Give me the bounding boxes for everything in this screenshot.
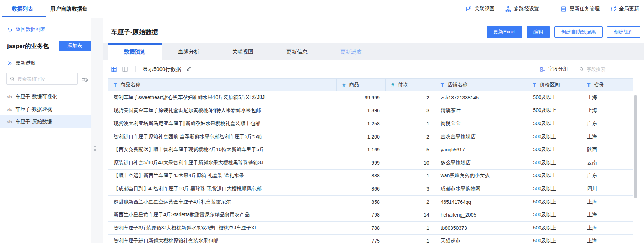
table-cell: 现货澳大利亚塔斯马尼亚车厘子jj新鲜孕妇水果樱桃礼盒装顺丰包邮 xyxy=(108,117,337,130)
table-name: 车厘子-数据可视化 xyxy=(15,94,57,100)
content-tab[interactable]: 关联视图 xyxy=(216,43,270,60)
table-cell: 上海 xyxy=(581,130,633,143)
column-header[interactable]: #商品... xyxy=(337,79,386,91)
table-body: 智利车厘子sweetheart甜心黑车孕妇新鲜水果10斤装原箱5斤XL双JJJ9… xyxy=(108,91,633,243)
table-cell: 多么果旗舰店 xyxy=(435,156,528,169)
sidebar-search[interactable] xyxy=(6,73,78,85)
top-tab[interactable]: 用户自助数据集 xyxy=(50,6,88,12)
table-cell: 天猫超市 xyxy=(435,235,528,243)
card-view-icon[interactable] xyxy=(122,66,128,72)
table-cell: 广东 xyxy=(581,117,633,130)
top-bar: 数据列表用户自助数据集 关联视图多路径设置更新任务管理全局更新 xyxy=(0,0,644,18)
sidebar-table-item[interactable]: xls车厘子-数据透视 xyxy=(0,103,91,115)
table-cell: 500及以上 xyxy=(527,104,581,117)
table-row[interactable]: 现货美国黄金车厘子原装礼盒雷尼尔黄樱桃3j4j特大果新鲜水果包邮1,3963清溪… xyxy=(108,104,633,118)
table-cell: 500及以上 xyxy=(527,222,581,234)
column-header[interactable]: T价格区间 xyxy=(527,79,581,91)
column-header[interactable]: T店铺名称 xyxy=(435,79,528,91)
update-task-icon xyxy=(561,6,567,12)
table-cell: 新西兰小星星黄车厘子4斤Starletta脆甜雷尼尔精品食用农产品 xyxy=(108,208,337,221)
column-header[interactable]: T商品名称 xyxy=(108,79,337,91)
top-action[interactable]: 更新任务管理 xyxy=(561,6,600,12)
table-cell: 上海 xyxy=(581,196,633,208)
number-field-icon: # xyxy=(342,82,345,88)
drag-handle-icon[interactable] xyxy=(94,146,97,151)
top-tab[interactable]: 数据列表 xyxy=(12,6,33,12)
field-search[interactable] xyxy=(576,64,633,74)
table-row[interactable]: 超甜脆新西兰小星星空运黄金车厘子4斤礼盒装雷尼尔8582465141764qq5… xyxy=(108,196,633,209)
column-header[interactable]: #付款... xyxy=(386,79,435,91)
table-cell: 上海 xyxy=(581,104,633,117)
button-创建组件[interactable]: 创建组件 xyxy=(607,26,640,38)
table-cell: 500及以上 xyxy=(527,170,581,182)
button-创建自助数据集[interactable]: 创建自助数据集 xyxy=(554,26,603,38)
sidebar-table-item[interactable]: xls车厘子-原始数据 xyxy=(0,115,91,128)
top-action-label: 更新任务管理 xyxy=(570,6,600,12)
text-field-icon: T xyxy=(114,82,117,88)
table-cell: 788 xyxy=(337,222,386,234)
add-table-button[interactable]: 添加表 xyxy=(59,41,91,51)
table-cell: zsh13721338145 xyxy=(435,91,528,104)
button-编辑[interactable]: 编辑 xyxy=(527,26,550,38)
grid-view-icon[interactable] xyxy=(111,66,117,72)
table-cell: 1,200 xyxy=(337,130,386,143)
field-search-input[interactable] xyxy=(587,67,630,72)
sidebar-search-input[interactable] xyxy=(17,76,74,82)
table-cell: 500及以上 xyxy=(527,208,581,221)
top-action[interactable]: 关联视图 xyxy=(466,6,494,12)
table-cell: 798 xyxy=(337,208,386,221)
table-row[interactable]: 智利车厘子进口新鲜大樱桃原箱礼盒装水果包邮7751天猫超市500及以上上海 xyxy=(108,235,633,243)
table-row[interactable]: 智利进口车厘子原箱礼盒团购 当季新鲜水果包邮智利车厘子5斤*5箱1,2002壹农… xyxy=(108,130,633,144)
toolbar-divider xyxy=(135,66,136,72)
edit-row-count-icon[interactable] xyxy=(186,66,192,72)
panel-divider xyxy=(91,18,103,243)
table-row[interactable]: 【西安免费配送】顺丰智利车厘子现货樱桃2斤10特大新鲜车里子5斤1,1695ya… xyxy=(108,143,633,156)
top-action-label: 多路径设置 xyxy=(514,6,539,12)
table-row[interactable]: 现货澳大利亚塔斯马尼亚车厘子jj新鲜孕妇水果樱桃礼盒装顺丰包邮1,2581简悦宝… xyxy=(108,117,633,130)
table-cell: 1,169 xyxy=(337,143,386,156)
column-label: 商品名称 xyxy=(120,82,140,88)
top-action[interactable]: 全局更新 xyxy=(610,6,639,12)
table-name: 车厘子-数据透视 xyxy=(15,106,52,113)
field-group-button[interactable]: 字段分组 xyxy=(540,66,568,72)
table-cell: tb80350373 xyxy=(435,222,528,234)
vertical-scrollbar[interactable] xyxy=(634,95,637,198)
sidebar-table-item[interactable]: xls车厘子-数据可视化 xyxy=(0,91,91,103)
table-row[interactable]: 智利车厘子3斤装原箱3J大樱桃新鲜水果双J进口樱桃单J车厘子XL7881tb80… xyxy=(108,222,633,235)
top-action[interactable]: 多路径设置 xyxy=(505,6,539,12)
search-icon xyxy=(10,76,15,82)
table-cell: 现货美国黄金车厘子原装礼盒雷尼尔黄樱桃3j4j特大果新鲜水果包邮 xyxy=(108,104,337,117)
column-label: 价格区间 xyxy=(540,82,560,88)
table-cell: 866 xyxy=(337,182,386,195)
search-icon xyxy=(579,67,584,72)
table-row[interactable]: 新西兰小星星黄车厘子4斤Starletta脆甜雷尼尔精品食用农产品79814he… xyxy=(108,208,633,222)
filter-history-icon[interactable] xyxy=(81,76,88,82)
content-tab[interactable]: 更新信息 xyxy=(270,43,324,60)
text-field-icon: T xyxy=(441,82,444,88)
active-tab-indicator xyxy=(2,16,46,17)
content-tab[interactable]: 血缘分析 xyxy=(162,43,216,60)
table-cell: 1 xyxy=(386,117,435,130)
column-header[interactable]: T省份 xyxy=(581,79,633,91)
table-list: xls车厘子-数据可视化xls车厘子-数据透视xls车厘子-原始数据 xyxy=(0,91,91,128)
button-更新Excel[interactable]: 更新Excel xyxy=(487,26,522,38)
table-cell: 3 xyxy=(386,104,435,117)
back-to-data-list-link[interactable]: 返回数据列表 xyxy=(7,26,91,33)
content-tab[interactable]: 数据预览 xyxy=(108,43,162,60)
sidebar-update-progress[interactable]: 更新进度 xyxy=(7,60,91,66)
table-row[interactable]: 智利车厘子sweetheart甜心黑车孕妇新鲜水果10斤装原箱5斤XL双JJJ9… xyxy=(108,91,633,104)
data-table: T商品名称#商品...#付款...T店铺名称T价格区间T省份 智利车厘子swee… xyxy=(108,78,633,243)
table-cell: 2 xyxy=(386,91,435,104)
table-row[interactable]: 【顺丰空运】新西兰车厘子4J大果4斤原箱 礼盒装 送礼水果8881wan黑暗角落… xyxy=(108,170,633,183)
table-cell: 智利进口车厘子原箱礼盒团购 当季新鲜水果包邮智利车厘子5斤*5箱 xyxy=(108,130,337,143)
table-cell: 1 xyxy=(386,235,435,243)
table-row[interactable]: 【成都当日到】4J智利车厘子10斤 黑珍珠 现货进口大樱桃顺风包邮8663成都市… xyxy=(108,182,633,196)
content-tabs: 数据预览血缘分析关联视图更新信息更新进度 xyxy=(103,43,644,60)
table-cell: 广东 xyxy=(581,170,633,182)
top-tabs: 数据列表用户自助数据集 xyxy=(0,0,88,18)
column-label: 付款... xyxy=(398,82,412,88)
table-cell: 【成都当日到】4J智利车厘子10斤 黑珍珠 现货进口大樱桃顺风包邮 xyxy=(108,182,337,195)
content-tab[interactable]: 更新进度 xyxy=(324,43,378,60)
table-cell: 清溪茶叶 xyxy=(435,104,528,117)
table-row[interactable]: 原装进口礼盒5/10斤4J大果智利车厘子新鲜水果大樱桃黑珍珠整箱3J99910多… xyxy=(108,156,633,170)
